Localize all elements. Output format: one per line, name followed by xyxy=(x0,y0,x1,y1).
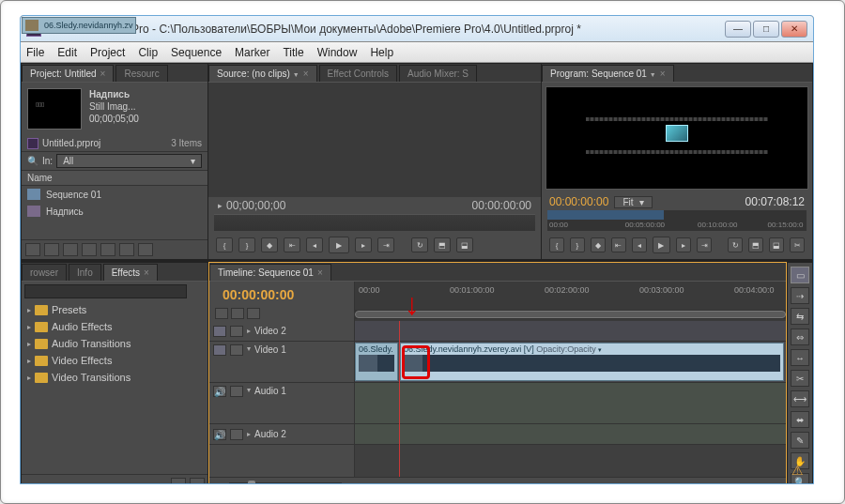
tab-audio-mixer[interactable]: Audio Mixer: S xyxy=(399,65,477,82)
program-monitor[interactable] xyxy=(545,86,808,190)
program-ruler[interactable]: 00:00 00:05:00:00 00:10:00:00 00:15:00:0 xyxy=(547,210,807,231)
rolling-edit-tool[interactable]: ⇔ xyxy=(791,328,809,345)
folder-audio-transitions[interactable]: ▸Audio Transitions xyxy=(22,335,207,352)
find-button[interactable] xyxy=(82,243,97,256)
razor-tool[interactable]: ✂ xyxy=(791,370,809,387)
zoom-out-icon[interactable]: ▭ xyxy=(215,481,223,485)
folder-video-transitions[interactable]: ▸Video Transitions xyxy=(22,369,207,386)
menu-sequence[interactable]: Sequence xyxy=(171,46,222,59)
prog-set-out-button[interactable]: } xyxy=(570,237,585,252)
marker-tl-button[interactable] xyxy=(231,308,244,319)
bin-item-clip[interactable]: 06.Sledy.nevidannyh.zv xyxy=(22,17,136,34)
wrench-button[interactable] xyxy=(247,308,260,319)
goto-in-button[interactable]: ⇤ xyxy=(284,237,300,252)
rate-stretch-tool[interactable]: ↔ xyxy=(791,349,809,366)
tab-project[interactable]: Project: Untitled× xyxy=(22,65,114,82)
search-icon[interactable]: 🔍 xyxy=(27,156,38,166)
menu-file[interactable]: File xyxy=(26,46,44,59)
source-tc-out[interactable]: 00:00:00:00 xyxy=(472,199,531,212)
pen-tool[interactable]: ✎ xyxy=(791,432,809,449)
prog-goto-out-button[interactable]: ⇥ xyxy=(697,237,712,252)
menu-window[interactable]: Window xyxy=(317,46,358,59)
play-button[interactable]: ▶ xyxy=(329,237,349,253)
filter-dropdown[interactable]: All▾ xyxy=(56,154,202,168)
step-back-button[interactable]: ◂ xyxy=(306,237,323,252)
track-video1-header[interactable]: ▾Video 1 xyxy=(209,342,354,383)
ripple-edit-tool[interactable]: ⇆ xyxy=(791,308,809,325)
set-out-button[interactable]: } xyxy=(238,237,255,252)
tab-source[interactable]: Source: (no clips)▼× xyxy=(208,65,317,82)
list-view-button[interactable] xyxy=(25,243,40,256)
prog-loop-button[interactable]: ↻ xyxy=(728,237,743,252)
insert-button[interactable]: ⬒ xyxy=(434,237,451,252)
effects-search-input[interactable] xyxy=(24,284,187,298)
track-select-tool[interactable]: ⇢ xyxy=(791,287,809,304)
track-audio2-header[interactable]: 🔊 ▸Audio 2 xyxy=(209,424,354,445)
extract-button[interactable]: ⬓ xyxy=(769,237,784,252)
menu-help[interactable]: Help xyxy=(370,46,393,59)
eye-icon[interactable] xyxy=(213,344,226,356)
source-monitor[interactable] xyxy=(208,83,541,197)
delete-button[interactable] xyxy=(138,243,153,256)
menu-edit[interactable]: Edit xyxy=(57,46,77,59)
folder-presets[interactable]: ▸Presets xyxy=(22,301,207,318)
zoom-slider[interactable] xyxy=(229,482,342,485)
close-button[interactable]: ✕ xyxy=(781,21,807,38)
track-audio2[interactable] xyxy=(355,424,786,445)
track-video2[interactable] xyxy=(355,321,786,342)
tab-browser[interactable]: rowser xyxy=(22,264,67,281)
track-video2-header[interactable]: ▸Video 2 xyxy=(209,321,354,342)
track-audio1-header[interactable]: 🔊 ▾Audio 1 xyxy=(209,383,354,424)
prog-step-fwd-button[interactable]: ▸ xyxy=(676,237,691,252)
speaker-icon[interactable]: 🔊 xyxy=(213,429,226,440)
overlay-button[interactable]: ⬓ xyxy=(456,237,473,252)
tab-effects[interactable]: Effects× xyxy=(103,264,158,281)
set-in-button[interactable]: { xyxy=(216,237,233,252)
tab-program[interactable]: Program: Sequence 01▼× xyxy=(542,65,674,82)
lift-button[interactable]: ⬒ xyxy=(748,237,763,252)
tab-timeline[interactable]: Timeline: Sequence 01× xyxy=(209,264,331,281)
lock-icon[interactable] xyxy=(230,326,243,337)
zoom-fit-dropdown[interactable]: Fit▾ xyxy=(614,196,652,208)
prog-marker-button[interactable]: ◆ xyxy=(591,237,606,252)
minimize-button[interactable]: — xyxy=(725,21,751,38)
selection-tool[interactable]: ▭ xyxy=(791,267,809,283)
menu-title[interactable]: Title xyxy=(283,46,303,59)
slide-tool[interactable]: ⬌ xyxy=(791,411,809,428)
bin-item-title[interactable]: Надпись xyxy=(22,203,207,220)
menu-marker[interactable]: Marker xyxy=(235,46,269,59)
menu-project[interactable]: Project xyxy=(90,46,125,59)
icon-view-button[interactable] xyxy=(44,243,59,256)
step-fwd-button[interactable]: ▸ xyxy=(355,237,372,252)
lock-icon[interactable] xyxy=(230,386,243,397)
lock-icon[interactable] xyxy=(230,344,243,356)
prog-play-button[interactable]: ▶ xyxy=(653,237,670,253)
trim-button[interactable]: ✂ xyxy=(790,237,805,252)
prog-set-in-button[interactable]: { xyxy=(549,237,564,252)
source-tc-in[interactable]: ▸00;00;00;00 xyxy=(218,199,285,212)
tab-resource[interactable]: Resourc xyxy=(115,65,167,82)
tab-info[interactable]: Info xyxy=(69,264,101,281)
new-custom-bin-button[interactable] xyxy=(171,478,186,484)
speaker-icon[interactable]: 🔊 xyxy=(213,386,226,397)
snap-button[interactable] xyxy=(215,308,228,319)
program-tc-current[interactable]: 00:00:00:00 xyxy=(549,195,608,208)
timeline-content[interactable]: 06.Sledy. 06.Sledy.nevidannyh.zverey.avi… xyxy=(355,321,786,477)
maximize-button[interactable]: □ xyxy=(753,21,779,38)
prog-step-back-button[interactable]: ◂ xyxy=(632,237,647,252)
delete-effect-button[interactable] xyxy=(190,478,205,484)
new-item-button[interactable] xyxy=(119,243,134,256)
clip-2[interactable]: 06.Sledy.nevidannyh.zverey.avi [V] Opaci… xyxy=(400,343,784,381)
lock-icon[interactable] xyxy=(230,429,243,440)
folder-audio-effects[interactable]: ▸Audio Effects xyxy=(22,318,207,335)
bin-item-sequence[interactable]: Sequence 01 xyxy=(22,186,207,203)
new-bin-button[interactable] xyxy=(100,243,115,256)
warning-icon[interactable]: ⚠ xyxy=(791,463,804,478)
loop-button[interactable]: ↻ xyxy=(411,237,428,252)
slip-tool[interactable]: ⟷ xyxy=(791,390,809,407)
goto-out-button[interactable]: ⇥ xyxy=(377,237,394,252)
folder-video-effects[interactable]: ▸Video Effects xyxy=(22,352,207,369)
marker-button[interactable]: ◆ xyxy=(261,237,278,252)
track-audio1[interactable] xyxy=(355,383,786,424)
prog-goto-in-button[interactable]: ⇤ xyxy=(611,237,626,252)
